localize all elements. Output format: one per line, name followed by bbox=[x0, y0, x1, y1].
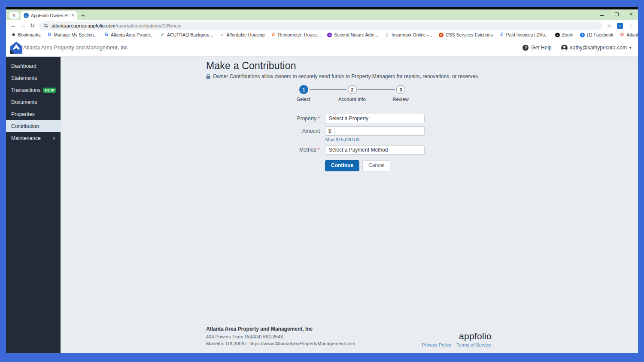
sidebar-item-label: Properties bbox=[11, 111, 35, 117]
browser-tab[interactable]: ⌂ AppFolio Owner Portal | Make a Contrib… bbox=[21, 11, 77, 20]
form-actions-row: Continue Cancel bbox=[206, 160, 492, 171]
required-marker: * bbox=[318, 116, 320, 122]
amount-input[interactable] bbox=[334, 127, 424, 135]
bookmark-label: Zoom bbox=[562, 32, 574, 37]
currency-prefix: $ bbox=[325, 127, 334, 135]
step-1-circle: 1 bbox=[299, 85, 308, 94]
bookmarks-bar: ★Bookmarks GManage My Section... GAtlant… bbox=[6, 31, 638, 39]
bookmark-label: Insurmark Online -... bbox=[392, 32, 432, 37]
bookmark-label: (1) Facebook bbox=[587, 32, 614, 37]
rentometer-icon: d bbox=[271, 33, 276, 37]
method-label: Method * bbox=[206, 145, 320, 155]
sidebar-item-label: Dashboard bbox=[11, 63, 36, 69]
sidebar-item-transactions[interactable]: TransactionsNEW bbox=[6, 84, 61, 96]
subtitle-text: Owner Contributions allow owners to secu… bbox=[213, 73, 479, 79]
help-icon: ? bbox=[522, 45, 529, 51]
company-logo-icon[interactable] bbox=[9, 41, 23, 55]
person-icon bbox=[561, 45, 568, 51]
sidebar-item-properties[interactable]: Properties bbox=[6, 108, 61, 120]
sidebar-item-contribution[interactable]: Contribution bbox=[6, 120, 61, 132]
window-controls: × bbox=[599, 12, 634, 17]
bookmark-item[interactable]: ∫Insurmark Online -... bbox=[385, 32, 432, 37]
continue-button[interactable]: Continue bbox=[325, 160, 359, 171]
terms-of-service-link[interactable]: Terms of Service bbox=[456, 342, 492, 347]
bookmark-label: Paid Invoices | Zillo... bbox=[506, 32, 549, 37]
reload-icon[interactable]: ↻ bbox=[30, 23, 35, 28]
star-icon: ★ bbox=[11, 33, 16, 37]
get-help-button[interactable]: ? Get Help bbox=[522, 45, 551, 51]
privacy-policy-link[interactable]: Privacy Policy bbox=[422, 342, 451, 347]
facebook-icon: f bbox=[580, 33, 585, 37]
sidebar-item-label: Statements bbox=[11, 75, 37, 81]
cancel-button[interactable]: Cancel bbox=[362, 160, 390, 171]
bookmark-item[interactable]: GAtlanta Area Proper... bbox=[104, 32, 154, 37]
stepper: 1 2 3 Select Account Info Review bbox=[206, 85, 492, 104]
method-select[interactable]: Select a Payment Method bbox=[325, 145, 425, 155]
bookmark-item[interactable]: ✓ACUTRAQ Backgrou... bbox=[160, 32, 213, 37]
bookmark-item[interactable]: GManage My Section... bbox=[47, 32, 98, 37]
footer-company-block: Atlanta Area Property and Management, In… bbox=[206, 326, 355, 347]
tab-search-button[interactable]: v bbox=[9, 12, 19, 19]
bookmark-label: Atlanta Area Proper... bbox=[111, 32, 154, 37]
property-select[interactable]: Select a Property bbox=[325, 114, 425, 123]
bookmark-label: ACUTRAQ Backgrou... bbox=[167, 32, 213, 37]
bookmark-item[interactable]: dRentometer: House... bbox=[271, 32, 321, 37]
amount-max-hint: Max $15,000.00 bbox=[325, 137, 425, 142]
chevron-down-icon: ▾ bbox=[629, 46, 631, 50]
browser-window: v ⌂ AppFolio Owner Portal | Make a Contr… bbox=[6, 7, 638, 353]
tab-close-icon[interactable]: × bbox=[71, 13, 74, 18]
amount-row: Amount $ Max $15,000.00 bbox=[206, 126, 492, 142]
bookmark-item[interactable]: cCSS Services Evictions bbox=[439, 32, 493, 37]
tab-title: AppFolio Owner Portal | Make a Contribut… bbox=[31, 13, 69, 18]
close-button[interactable]: × bbox=[629, 12, 634, 17]
second-nature-icon: S bbox=[327, 33, 332, 37]
appfolio-extension-icon[interactable]: ⌂ bbox=[617, 23, 623, 29]
address-bar-actions: ☆ ⌂ ⋮ bbox=[607, 23, 634, 29]
header-actions: ? Get Help kathy@kathypecora.com ▾ bbox=[522, 45, 631, 51]
footer-company-name: Atlanta Area Property and Management, In… bbox=[206, 326, 355, 332]
paperclip-icon: ∫ bbox=[385, 33, 389, 37]
app-body: Dashboard Statements TransactionsNEW Doc… bbox=[6, 57, 638, 353]
main-panel: Make a Contribution Owner Contributions … bbox=[61, 57, 638, 353]
bookmark-star-icon[interactable]: ☆ bbox=[607, 23, 612, 28]
step-3-label: Review bbox=[392, 97, 409, 102]
contribution-form: Property * Select a Property Amount $ Ma… bbox=[206, 114, 492, 171]
bookmark-item[interactable]: ∩Affordable Housing bbox=[219, 32, 264, 37]
new-tab-button[interactable]: + bbox=[81, 12, 85, 18]
forward-icon[interactable]: → bbox=[20, 23, 26, 28]
zillow-icon: Z bbox=[499, 33, 504, 37]
required-marker: * bbox=[318, 147, 320, 153]
bookmark-item[interactable]: •Zoom bbox=[555, 32, 574, 37]
sidebar-item-dashboard[interactable]: Dashboard bbox=[6, 60, 61, 72]
bookmark-item[interactable]: ZPaid Invoices | Zillo... bbox=[499, 32, 549, 37]
page-footer: Atlanta Area Property and Management, In… bbox=[206, 326, 492, 347]
back-icon[interactable]: ← bbox=[10, 23, 16, 28]
footer-website-link[interactable]: https://www.AtlantaAreaPropertyManagemen… bbox=[249, 341, 355, 346]
google-icon: G bbox=[104, 33, 109, 37]
account-menu[interactable]: kathy@kathypecora.com ▾ bbox=[561, 45, 631, 51]
page-content: Make a Contribution Owner Contributions … bbox=[206, 57, 492, 171]
appfolio-favicon-icon: ⌂ bbox=[24, 13, 29, 18]
address-bar: ← → ↻ atlantaareaprop.appfolio.com/oport… bbox=[6, 20, 638, 31]
minimize-button[interactable] bbox=[599, 12, 605, 17]
url-field[interactable]: atlantaareaprop.appfolio.com/oportal/con… bbox=[39, 21, 602, 30]
browser-menu-icon[interactable]: ⋮ bbox=[628, 23, 634, 28]
bookmark-label: Second Nature Adm... bbox=[334, 32, 378, 37]
bookmark-item[interactable]: ★Bookmarks bbox=[11, 32, 41, 37]
checkmark-icon: ✓ bbox=[160, 33, 165, 37]
bookmark-item[interactable]: OAtlanta Housing bbox=[620, 32, 638, 37]
bookmark-item[interactable]: f(1) Facebook bbox=[580, 32, 614, 37]
bookmark-item[interactable]: SSecond Nature Adm... bbox=[327, 32, 378, 37]
sidebar-item-statements[interactable]: Statements bbox=[6, 72, 61, 84]
company-name: Atlanta Area Property and Management, In… bbox=[23, 45, 128, 51]
url-text: atlantaareaprop.appfolio.com/oportal/con… bbox=[52, 23, 181, 28]
sidebar-item-documents[interactable]: Documents bbox=[6, 96, 61, 108]
restore-button[interactable] bbox=[614, 12, 619, 17]
sidebar-item-label: Documents bbox=[11, 99, 37, 105]
sidebar-item-maintenance[interactable]: Maintenance∨ bbox=[6, 132, 61, 144]
get-help-label: Get Help bbox=[531, 45, 551, 51]
site-settings-icon[interactable] bbox=[43, 23, 49, 28]
property-row: Property * Select a Property bbox=[206, 114, 492, 123]
page-title: Make a Contribution bbox=[206, 60, 492, 72]
account-email: kathy@kathypecora.com bbox=[570, 45, 627, 51]
